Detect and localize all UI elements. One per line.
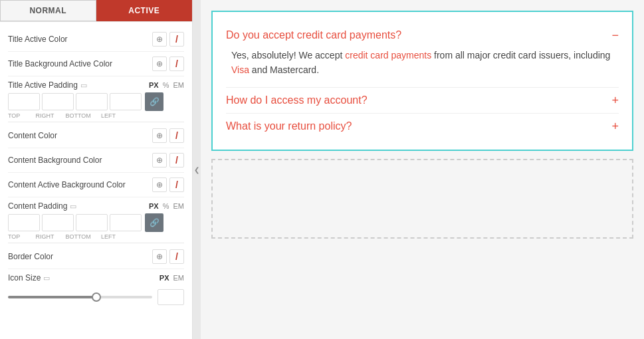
title-padding-pct[interactable]: %: [163, 81, 169, 89]
content-padding-units: PX % EM: [149, 202, 184, 210]
content-padding-top[interactable]: [8, 214, 40, 231]
content-bg-color-controls: ⊕ /: [152, 153, 184, 168]
title-padding-left[interactable]: [110, 93, 142, 110]
title-active-color-controls: ⊕ /: [152, 32, 184, 47]
content-padding-label-row: Content Padding ▭ PX % EM: [8, 201, 184, 211]
content-active-bg-color-controls: ⊕ /: [152, 177, 184, 192]
tab-normal[interactable]: NORMAL: [0, 0, 96, 21]
faq-item-1: Do you accept credit card payments? − Ye…: [226, 23, 619, 88]
globe-icon-2[interactable]: ⊕: [152, 56, 167, 71]
monitor-icon-2: ▭: [70, 202, 76, 211]
slash-icon-1[interactable]: /: [169, 32, 184, 47]
content-color-controls: ⊕ /: [152, 128, 184, 143]
content-padding-left[interactable]: [110, 214, 142, 231]
globe-icon-3[interactable]: ⊕: [152, 128, 167, 143]
icon-size-label-row: Icon Size ▭ PX EM: [8, 273, 184, 282]
collapse-icon: ❮: [194, 166, 199, 173]
faq-question-3[interactable]: What is your return policy? +: [226, 120, 619, 132]
faq-item-3: What is your return policy? +: [226, 114, 619, 139]
icon-size-em[interactable]: EM: [173, 274, 185, 282]
sublabel-left-2: LEFT: [101, 233, 116, 240]
title-active-padding-row: Title Active Padding ▭ PX % EM 🔗 TOP RIG…: [8, 76, 184, 120]
title-active-padding-label-row: Title Active Padding ▭ PX % EM: [8, 80, 184, 90]
title-padding-inputs-row: 🔗: [8, 92, 184, 111]
sublabel-right-2: RIGHT: [35, 233, 54, 240]
collapse-handle[interactable]: ❮: [193, 0, 201, 339]
settings-content: Title Active Color ⊕ / Title Background …: [0, 22, 192, 339]
content-padding-label: Content Padding ▭: [8, 201, 76, 211]
sublabel-right-1: RIGHT: [35, 112, 54, 119]
content-padding-px[interactable]: PX: [149, 202, 159, 210]
content-active-bg-color-label: Content Active Background Color: [8, 180, 152, 189]
answer-highlight-1: credit card payments: [345, 50, 431, 60]
content-padding-link-btn[interactable]: 🔗: [145, 213, 163, 232]
sublabel-left-1: LEFT: [101, 112, 116, 119]
content-padding-right[interactable]: [42, 214, 74, 231]
content-padding-row: Content Padding ▭ PX % EM 🔗 TOP RIGHT: [8, 197, 184, 241]
faq-toggle-3[interactable]: +: [611, 120, 619, 132]
tab-bar: NORMAL ACTIVE: [0, 0, 192, 22]
faq-question-1[interactable]: Do you accept credit card payments? −: [226, 29, 619, 41]
monitor-icon-1: ▭: [80, 81, 87, 90]
title-padding-px[interactable]: PX: [149, 81, 159, 89]
icon-size-slider-row: [8, 285, 184, 308]
sublabel-top-2: TOP: [8, 233, 20, 240]
border-color-label: Border Color: [8, 252, 152, 261]
content-color-label: Content Color: [8, 131, 152, 140]
faq-question-text-2: How do I access my account?: [226, 94, 368, 106]
globe-icon-4[interactable]: ⊕: [152, 153, 167, 168]
content-padding-em[interactable]: EM: [173, 202, 185, 210]
border-color-controls: ⊕ /: [152, 249, 184, 264]
title-padding-link-btn[interactable]: 🔗: [145, 92, 163, 111]
icon-size-px[interactable]: PX: [160, 274, 169, 282]
slash-icon-6[interactable]: /: [169, 249, 184, 264]
slash-icon-3[interactable]: /: [169, 128, 184, 143]
content-padding-bottom[interactable]: [76, 214, 108, 231]
slash-icon-2[interactable]: /: [169, 56, 184, 71]
content-active-bg-color-row: Content Active Background Color ⊕ /: [8, 173, 184, 197]
title-padding-top[interactable]: [8, 93, 40, 110]
globe-icon-5[interactable]: ⊕: [152, 177, 167, 192]
border-color-row: Border Color ⊕ /: [8, 245, 184, 269]
content-padding-inputs-row: 🔗: [8, 213, 184, 232]
globe-icon-1[interactable]: ⊕: [152, 32, 167, 47]
icon-size-row: Icon Size ▭ PX EM: [8, 269, 184, 309]
sublabel-top-1: TOP: [8, 112, 20, 119]
sublabel-bottom-2: BOTTOM: [66, 233, 91, 240]
faq-toggle-2[interactable]: +: [611, 94, 619, 106]
title-padding-units: PX % EM: [149, 81, 184, 89]
title-active-color-label: Title Active Color: [8, 35, 152, 44]
title-bg-active-color-controls: ⊕ /: [152, 56, 184, 71]
faq-question-text-1: Do you accept credit card payments?: [226, 29, 401, 41]
sublabel-bottom-1: BOTTOM: [66, 112, 91, 119]
title-padding-right[interactable]: [42, 93, 74, 110]
content-padding-pct[interactable]: %: [163, 202, 169, 210]
title-padding-em[interactable]: EM: [173, 81, 185, 89]
content-color-row: Content Color ⊕ /: [8, 124, 184, 148]
title-padding-bottom[interactable]: [76, 93, 108, 110]
icon-size-units: PX EM: [160, 274, 184, 282]
slash-icon-4[interactable]: /: [169, 153, 184, 168]
content-bg-color-row: Content Background Color ⊕ /: [8, 148, 184, 173]
faq-answer-1: Yes, absolutely! We accept credit card p…: [226, 41, 619, 80]
globe-icon-6[interactable]: ⊕: [152, 249, 167, 264]
title-active-color-row: Title Active Color ⊕ /: [8, 27, 184, 52]
tab-active[interactable]: ACTIVE: [96, 0, 193, 21]
icon-size-slider[interactable]: [8, 296, 152, 298]
settings-panel: NORMAL ACTIVE Title Active Color ⊕ / Tit…: [0, 0, 193, 339]
content-bg-color-label: Content Background Color: [8, 156, 152, 165]
monitor-icon-3: ▭: [43, 274, 50, 282]
slash-icon-5[interactable]: /: [169, 177, 184, 192]
content-padding-sublabels: TOP RIGHT BOTTOM LEFT: [8, 232, 116, 240]
empty-widget: [211, 159, 633, 239]
title-bg-active-color-row: Title Background Active Color ⊕ /: [8, 52, 184, 76]
faq-widget: Do you accept credit card payments? − Ye…: [211, 11, 633, 151]
faq-question-text-3: What is your return policy?: [226, 120, 352, 132]
title-active-padding-label: Title Active Padding ▭: [8, 80, 87, 90]
icon-size-label: Icon Size ▭: [8, 273, 50, 282]
slider-thumb[interactable]: [92, 292, 101, 302]
faq-question-2[interactable]: How do I access my account? +: [226, 94, 619, 106]
icon-size-input[interactable]: [158, 289, 184, 305]
faq-toggle-1[interactable]: −: [611, 29, 619, 41]
divider-2: [8, 243, 184, 243]
